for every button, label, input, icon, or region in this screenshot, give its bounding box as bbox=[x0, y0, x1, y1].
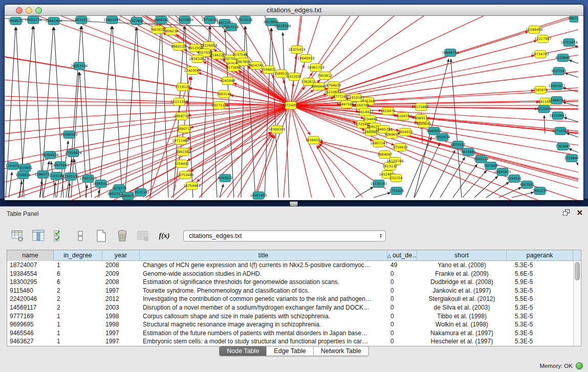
table-settings-icon[interactable] bbox=[10, 229, 25, 243]
graph-node[interactable]: 252254 bbox=[390, 174, 403, 182]
column-header-title[interactable]: title bbox=[140, 250, 387, 261]
table-row[interactable]: 977716911998Corpus callosum shape and si… bbox=[7, 312, 581, 321]
graph-node[interactable]: 7691237 bbox=[533, 187, 548, 195]
table-row[interactable]: 911546021997Tourette syndrome. Phenomeno… bbox=[7, 287, 581, 295]
table-row[interactable]: 1938455462009Genome-wide association stu… bbox=[7, 270, 581, 278]
graph-node[interactable]: 9654923 bbox=[398, 128, 413, 136]
graph-node[interactable]: 8322037 bbox=[287, 73, 302, 81]
graph-node[interactable]: 1145194 bbox=[49, 172, 64, 180]
function-builder-icon[interactable]: f(x) bbox=[157, 229, 171, 243]
graph-node[interactable]: 2687124 bbox=[568, 16, 578, 23]
graph-node[interactable]: 9115460 bbox=[414, 103, 429, 111]
graph-node[interactable]: 16033809 bbox=[176, 16, 193, 24]
tab-node-table[interactable]: Node Table bbox=[220, 346, 267, 356]
graph-node[interactable]: 8186328 bbox=[210, 52, 225, 59]
graph-node[interactable]: 7254402 bbox=[175, 160, 189, 168]
graph-node[interactable]: 8827512 bbox=[212, 102, 227, 110]
graph-node[interactable]: 8958924 bbox=[435, 134, 450, 141]
close-window-button[interactable] bbox=[16, 7, 23, 14]
graph-node[interactable]: 6879197 bbox=[451, 141, 466, 149]
graph-node[interactable]: 9245022 bbox=[218, 174, 233, 182]
column-header-short[interactable]: short bbox=[417, 250, 507, 261]
graph-node[interactable]: 18753445 bbox=[177, 171, 193, 179]
table-row[interactable]: 1456911722003Disruption of a novel membe… bbox=[7, 303, 581, 312]
graph-node[interactable]: 9858712 bbox=[175, 113, 189, 120]
graph-node[interactable]: 14561453 bbox=[250, 192, 267, 200]
window-titlebar[interactable]: citations_edges.txt bbox=[5, 5, 583, 16]
graph-node[interactable]: 1733426 bbox=[389, 187, 404, 195]
graph-node[interactable]: 15751074 bbox=[560, 39, 577, 47]
table-row[interactable]: 946554611997Estimation of the future num… bbox=[7, 329, 581, 338]
graph-node[interactable]: 16210643 bbox=[549, 112, 566, 120]
graph-node[interactable]: 14055724 bbox=[25, 16, 41, 24]
graph-node[interactable]: 16033831 bbox=[73, 16, 90, 24]
graph-node[interactable]: 9756928 bbox=[393, 144, 408, 151]
graph-node[interactable]: 9242848 bbox=[221, 77, 235, 85]
graph-node[interactable]: 1595874 bbox=[533, 86, 548, 94]
column-header-pagerank[interactable]: pagerank bbox=[507, 250, 573, 261]
column-header-in_degree[interactable]: in_degree bbox=[54, 250, 102, 261]
graph-node[interactable]: 8860123 bbox=[171, 43, 186, 51]
graph-node[interactable]: 9474444 bbox=[461, 148, 476, 156]
graph-node[interactable]: 7515526 bbox=[238, 16, 253, 24]
table-row[interactable]: 1872400712008Changes of HCN gene express… bbox=[7, 261, 581, 270]
graph-node[interactable]: 12217987 bbox=[534, 35, 551, 43]
graph-node[interactable]: 18640910 bbox=[297, 55, 314, 62]
table-row[interactable]: 946362711997Embryonic stem cells: a mode… bbox=[7, 337, 581, 346]
graph-node[interactable]: 19384554 bbox=[305, 137, 322, 144]
graph-node[interactable]: 9215953 bbox=[537, 105, 552, 113]
table-row[interactable]: 969969511998Structural magnetic resonanc… bbox=[7, 320, 581, 329]
column-header-name[interactable]: name bbox=[7, 250, 54, 261]
graph-node[interactable]: 7955812 bbox=[318, 72, 333, 80]
graph-node[interactable]: 12710354 bbox=[552, 127, 569, 135]
graph-node[interactable]: 2718120 bbox=[176, 83, 190, 91]
graph-node[interactable]: 1615132 bbox=[383, 163, 398, 170]
graph-node[interactable]: 2234591 bbox=[507, 175, 522, 183]
graph-node[interactable]: 6466160 bbox=[154, 16, 169, 24]
delete-table-icon[interactable] bbox=[136, 229, 150, 243]
graph-node[interactable]: 19734793 bbox=[532, 51, 549, 58]
zoom-window-button[interactable] bbox=[35, 7, 42, 14]
graph-node[interactable]: 18711462 bbox=[172, 137, 189, 145]
graph-node[interactable]: 16104742 bbox=[395, 113, 411, 120]
graph-node[interactable]: 11548498 bbox=[526, 26, 542, 34]
table-scrollbar[interactable] bbox=[573, 261, 581, 346]
graph-node[interactable]: 9806234 bbox=[164, 28, 179, 35]
graph-node[interactable]: 9154499 bbox=[363, 116, 378, 123]
graph-node[interactable]: 9408575 bbox=[9, 17, 24, 25]
graph-node[interactable]: 9175685 bbox=[226, 64, 241, 72]
graph-node[interactable]: 1156829 bbox=[16, 171, 31, 179]
network-canvas[interactable]: 1872400788601238912954182260589327503165… bbox=[5, 16, 583, 201]
graph-node[interactable]: 10975887 bbox=[52, 162, 69, 169]
graph-node[interactable]: 7857224 bbox=[224, 24, 239, 31]
graph-node[interactable]: 9817501 bbox=[520, 181, 535, 189]
graph-node[interactable]: 7663822 bbox=[150, 26, 165, 34]
graph-node[interactable]: 16754463 bbox=[183, 182, 200, 190]
graph-node[interactable]: 8099657 bbox=[385, 131, 400, 139]
graph-node[interactable]: 7892383 bbox=[176, 148, 191, 156]
float-panel-icon[interactable] bbox=[563, 209, 570, 216]
graph-node[interactable]: 1890713 bbox=[177, 125, 192, 133]
tab-edge-table[interactable]: Edge Table bbox=[267, 346, 313, 356]
graph-node[interactable]: 1210644 bbox=[564, 155, 578, 162]
graph-node[interactable]: 2803144 bbox=[217, 91, 232, 98]
graph-node[interactable]: 9884067 bbox=[378, 151, 393, 159]
graph-node[interactable]: 22420046 bbox=[184, 67, 201, 75]
column-settings-icon[interactable] bbox=[31, 229, 46, 243]
graph-node[interactable]: 12213359 bbox=[170, 98, 187, 106]
graph-node[interactable]: 7933406 bbox=[484, 162, 498, 170]
graph-node[interactable]: 9155601 bbox=[18, 164, 33, 172]
graph-node[interactable]: 7303443 bbox=[556, 143, 571, 150]
graph-node[interactable]: 15135141 bbox=[370, 180, 387, 188]
graph-node[interactable]: 1527602 bbox=[129, 17, 144, 25]
row-height-icon[interactable] bbox=[73, 229, 88, 243]
graph-node[interactable]: 18325419 bbox=[288, 46, 305, 54]
delete-column-icon[interactable] bbox=[115, 229, 129, 243]
table-row[interactable]: 2242004622012Investigating the contribut… bbox=[7, 295, 581, 303]
graph-node[interactable]: 16648794 bbox=[442, 49, 459, 57]
column-header-year[interactable]: year bbox=[102, 250, 140, 261]
graph-node[interactable]: 10693825 bbox=[494, 168, 511, 176]
graph-node[interactable]: 20206536 bbox=[41, 151, 58, 159]
column-header-out_de[interactable]: △out_de… bbox=[387, 250, 417, 261]
graph-node[interactable]: 1610474 bbox=[381, 107, 396, 115]
